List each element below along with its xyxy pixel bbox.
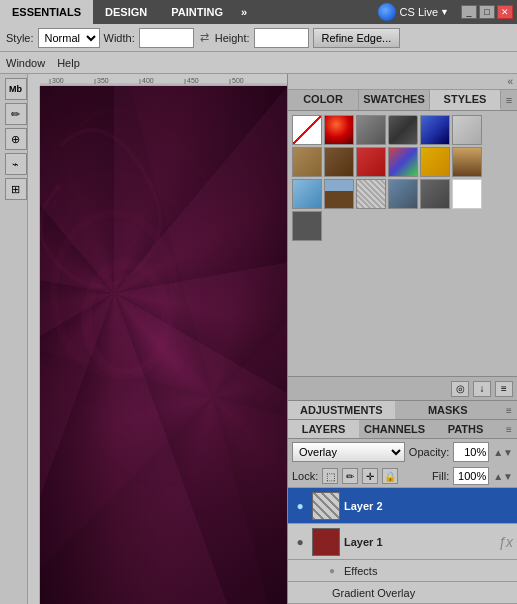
style-yellow-glow[interactable] [420, 147, 450, 177]
style-blue-gray[interactable] [388, 179, 418, 209]
panel-bottom-icons: ◎ ↓ ≡ [288, 376, 517, 400]
styles-grid [288, 111, 517, 376]
tab-adjustments[interactable]: ADJUSTMENTS [288, 401, 395, 419]
svg-text:350: 350 [97, 77, 109, 84]
style-brown[interactable] [324, 147, 354, 177]
style-select[interactable]: Normal [38, 28, 100, 48]
maximize-button[interactable]: □ [479, 5, 495, 19]
style-texture[interactable] [356, 179, 386, 209]
style-tan[interactable] [292, 147, 322, 177]
cs-live-arrow: ▼ [440, 7, 449, 17]
close-button[interactable]: ✕ [497, 5, 513, 19]
tab-swatches[interactable]: SWATCHES [359, 90, 430, 110]
gradient-overlay-label: Gradient Overlay [332, 587, 415, 599]
layers-tabs: LAYERS CHANNELS PATHS ≡ [288, 420, 517, 439]
adjustments-tabs: ADJUSTMENTS MASKS ≡ [288, 400, 517, 420]
style-tan-brown[interactable] [452, 147, 482, 177]
fill-input[interactable] [453, 467, 489, 485]
cs-live[interactable]: CS Live ▼ [370, 0, 457, 24]
collapse-arrow[interactable]: « [507, 76, 513, 87]
tool-mb[interactable]: Mb [5, 78, 27, 100]
menu-tab-essentials[interactable]: ESSENTIALS [0, 0, 93, 24]
panel-menu-button[interactable]: ≡ [501, 90, 517, 110]
style-dark-gray2[interactable] [420, 179, 450, 209]
help-menu[interactable]: Help [57, 57, 80, 69]
tab-color[interactable]: COLOR [288, 90, 359, 110]
canvas-image [40, 86, 287, 604]
panel-circle-icon[interactable]: ◎ [451, 381, 469, 397]
lock-controls: Lock: ⬚ ✏ ✛ 🔒 Fill: ▲▼ [288, 465, 517, 488]
cs-live-label: CS Live [400, 6, 439, 18]
left-tools: Mb ✏ ⊕ ⌁ ⊞ [0, 74, 28, 604]
style-white[interactable] [452, 179, 482, 209]
style-landscape[interactable] [324, 179, 354, 209]
svg-text:500: 500 [232, 77, 244, 84]
style-label: Style: [6, 32, 34, 44]
ruler-top: 300 350 400 450 500 [40, 74, 287, 86]
effects-row: ● Effects [288, 560, 517, 582]
layer1-name: Layer 1 [344, 536, 383, 548]
svg-text:300: 300 [52, 77, 64, 84]
tool-stamp[interactable]: ⊕ [5, 128, 27, 150]
style-red2[interactable] [356, 147, 386, 177]
swap-arrows: ⇄ [198, 31, 211, 44]
height-input[interactable] [254, 28, 309, 48]
swirl-overlay [40, 86, 287, 604]
layer-row-1[interactable]: ● Layer 1 ƒx [288, 524, 517, 560]
layer-row-2[interactable]: ● Layer 2 [288, 488, 517, 524]
layer1-thumb [312, 528, 340, 556]
tab-masks[interactable]: MASKS [395, 401, 502, 419]
canvas-content[interactable] [40, 86, 287, 604]
style-none[interactable] [292, 115, 322, 145]
tool-pencil[interactable]: ✏ [5, 103, 27, 125]
opacity-input[interactable] [453, 442, 489, 462]
tab-layers[interactable]: LAYERS [288, 420, 359, 438]
lock-label: Lock: [292, 470, 318, 482]
ruler-left [28, 86, 40, 604]
lock-all-button[interactable]: 🔒 [382, 468, 398, 484]
effects-visibility[interactable]: ● [324, 563, 340, 579]
gradient-overlay-row: Gradient Overlay [288, 582, 517, 604]
panel-tabs: COLOR SWATCHES STYLES ≡ [288, 90, 517, 111]
style-dark-gray3[interactable] [292, 211, 322, 241]
opacity-stepper[interactable]: ▲▼ [493, 447, 513, 458]
lock-position-button[interactable]: ✛ [362, 468, 378, 484]
fill-stepper[interactable]: ▲▼ [493, 471, 513, 482]
minimize-button[interactable]: _ [461, 5, 477, 19]
layers-menu-button[interactable]: ≡ [501, 420, 517, 438]
window-menu[interactable]: Window [6, 57, 45, 69]
cs-live-icon [378, 3, 396, 21]
menu-more-button[interactable]: » [235, 0, 253, 24]
layer1-visibility[interactable]: ● [292, 534, 308, 550]
style-sky-blue[interactable] [292, 179, 322, 209]
adj-menu-button[interactable]: ≡ [501, 401, 517, 419]
panel-download-icon[interactable]: ↓ [473, 381, 491, 397]
top-toolbar: Style: Normal Width: ⇄ Height: Refine Ed… [0, 24, 517, 52]
menu-bar: ESSENTIALS DESIGN PAINTING » CS Live ▼ _… [0, 0, 517, 24]
tool-camera[interactable]: ⊞ [5, 178, 27, 200]
menu-tab-design[interactable]: DESIGN [93, 0, 159, 24]
menu-tab-painting[interactable]: PAINTING [159, 0, 235, 24]
height-label: Height: [215, 32, 250, 44]
panel-menu-icon[interactable]: ≡ [495, 381, 513, 397]
width-label: Width: [104, 32, 135, 44]
lock-pixels-button[interactable]: ⬚ [322, 468, 338, 484]
style-red-glow[interactable] [324, 115, 354, 145]
width-input[interactable] [139, 28, 194, 48]
style-light[interactable] [452, 115, 482, 145]
style-multi[interactable] [388, 147, 418, 177]
tab-channels[interactable]: CHANNELS [359, 420, 430, 438]
refine-edge-button[interactable]: Refine Edge... [313, 28, 401, 48]
layer2-visibility[interactable]: ● [292, 498, 308, 514]
tab-styles[interactable]: STYLES [430, 90, 501, 110]
tab-paths[interactable]: PATHS [430, 420, 501, 438]
layers-controls: Overlay Opacity: ▲▼ [288, 439, 517, 465]
style-gray-bevel[interactable] [356, 115, 386, 145]
lock-move-button[interactable]: ✏ [342, 468, 358, 484]
layers-panel: LAYERS CHANNELS PATHS ≡ Overlay Opacity:… [288, 420, 517, 604]
tool-usb[interactable]: ⌁ [5, 153, 27, 175]
style-dark-emboss[interactable] [388, 115, 418, 145]
style-blue-night[interactable] [420, 115, 450, 145]
ruler-svg: 300 350 400 450 500 [40, 74, 287, 85]
blend-mode-select[interactable]: Overlay [292, 442, 405, 462]
